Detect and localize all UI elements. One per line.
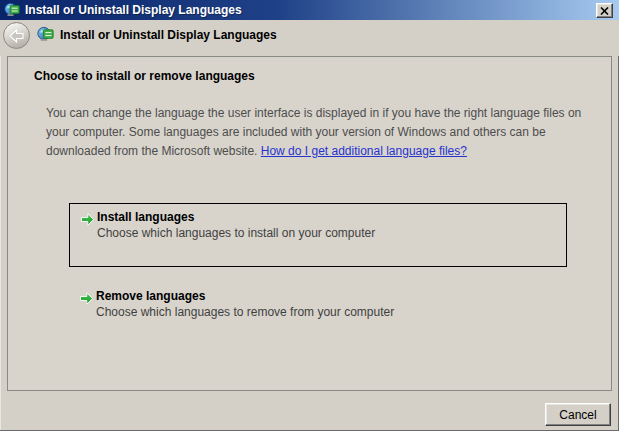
page-title: Install or Uninstall Display Languages [60,28,277,42]
wizard-header: Install or Uninstall Display Languages [0,20,619,56]
additional-language-files-link[interactable]: How do I get additional language files? [261,144,467,158]
close-button[interactable] [596,3,613,18]
close-icon [600,7,609,15]
display-languages-icon [4,2,20,18]
install-uninstall-display-languages-dialog: Install or Uninstall Display Languages [0,0,619,431]
content-panel: Choose to install or remove languages Yo… [7,56,612,391]
green-arrow-icon [80,212,95,227]
back-arrow-icon [8,29,25,43]
install-languages-description: Choose which languages to install on you… [97,226,375,240]
install-languages-option[interactable]: Install languages Choose which languages… [69,203,567,267]
remove-languages-description: Choose which languages to remove from yo… [96,305,394,319]
remove-languages-option[interactable]: Remove languages Choose which languages … [69,285,567,337]
display-languages-icon [37,26,54,43]
section-heading: Choose to install or remove languages [34,69,255,83]
green-arrow-icon [79,291,94,306]
window-title: Install or Uninstall Display Languages [25,3,242,17]
back-button[interactable] [3,22,30,49]
install-languages-label: Install languages [97,210,194,224]
description-text: You can change the language the user int… [46,104,586,161]
cancel-button[interactable]: Cancel [545,403,611,426]
titlebar: Install or Uninstall Display Languages [0,0,619,20]
remove-languages-label: Remove languages [96,289,205,303]
